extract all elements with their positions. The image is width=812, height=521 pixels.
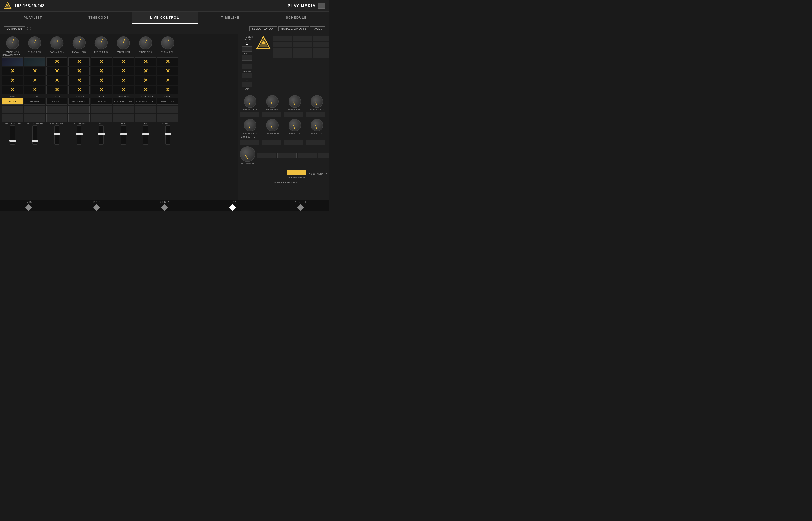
- x-btn-r1-8[interactable]: ✕: [157, 67, 178, 75]
- r-sm-btn-7[interactable]: [313, 42, 329, 47]
- x-btn-r1-7[interactable]: ✕: [135, 67, 156, 75]
- commands-button[interactable]: COMMANDS: [4, 26, 25, 31]
- step-device-indicator[interactable]: [25, 204, 32, 211]
- fader-blue-track[interactable]: [143, 126, 148, 145]
- knob-param4-fx1[interactable]: [73, 37, 86, 49]
- knob-param8-fx1[interactable]: [161, 37, 174, 49]
- knob-p3fx2[interactable]: [288, 95, 301, 108]
- knob-param6-fx1[interactable]: [117, 37, 130, 49]
- r-sm-btn-2[interactable]: [293, 36, 312, 41]
- select-layout-button[interactable]: SELECT LAYOUT: [250, 26, 277, 31]
- r-after-k1-2[interactable]: [262, 112, 281, 117]
- trigger-random-btn[interactable]: [242, 64, 252, 69]
- x-btn-r2-4[interactable]: ✕: [68, 76, 90, 85]
- saturation-knob[interactable]: [240, 146, 255, 162]
- small-btn-r2-4[interactable]: [68, 114, 90, 122]
- r-after-k2-3[interactable]: [284, 140, 303, 145]
- small-btn-r2-2[interactable]: [24, 114, 45, 122]
- knob-p7fx2[interactable]: [288, 119, 301, 131]
- small-btn-r1-7[interactable]: [135, 106, 156, 113]
- blend-preserve-luma[interactable]: PRESERVE LUMA: [113, 98, 134, 105]
- thumb-btn-5[interactable]: ✕: [91, 58, 112, 66]
- knob-p1fx2[interactable]: [244, 95, 256, 108]
- small-btn-r1-2[interactable]: [24, 106, 45, 113]
- trigger-last-btn[interactable]: [242, 82, 252, 87]
- expand-icon[interactable]: ⛶: [27, 27, 31, 31]
- knob-p5fx2[interactable]: [244, 119, 256, 131]
- fader-contrast-track[interactable]: [165, 126, 170, 145]
- blend-alpha[interactable]: ALPHA: [2, 98, 23, 105]
- r-after-k2-4[interactable]: [306, 140, 325, 145]
- x-btn-r1-2[interactable]: ✕: [24, 67, 45, 75]
- r-sm-btn-3[interactable]: [313, 36, 329, 41]
- thumb-btn-7[interactable]: ✕: [135, 58, 156, 66]
- x-btn-r2-3[interactable]: ✕: [46, 76, 68, 85]
- knob-param5-fx1[interactable]: [95, 37, 108, 49]
- r-sm-btn-6[interactable]: [293, 42, 312, 47]
- thumb-btn-8[interactable]: ✕: [157, 58, 178, 66]
- blend-multiply[interactable]: MULTIPLY: [46, 98, 68, 105]
- knob-param2-fx1[interactable]: [28, 37, 41, 49]
- small-btn-r2-5[interactable]: [91, 114, 112, 122]
- knob-param3-fx1[interactable]: [50, 37, 63, 49]
- tab-playlist[interactable]: PLAYLIST: [0, 12, 66, 24]
- fader-fx2-track[interactable]: [77, 126, 82, 145]
- thumb-btn-6[interactable]: ✕: [113, 58, 134, 66]
- x-btn-r1-6[interactable]: ✕: [113, 67, 134, 75]
- trigger-first-btn[interactable]: [242, 46, 252, 52]
- x-btn-r1-1[interactable]: ✕: [2, 67, 23, 75]
- blend-rectangle-wipe[interactable]: RECTANGLE WIPE: [135, 98, 156, 105]
- knob-p6fx2[interactable]: [266, 119, 279, 131]
- r-after-k2-2[interactable]: [262, 140, 281, 145]
- trigger-up-btn[interactable]: [242, 55, 252, 61]
- knob-param1-fx1[interactable]: [6, 37, 19, 49]
- fader-green-track[interactable]: [121, 126, 126, 145]
- x-btn-r2-6[interactable]: ✕: [113, 76, 134, 85]
- manage-layouts-button[interactable]: MANAGE LAYOUTS: [278, 26, 309, 31]
- x-btn-r3-8[interactable]: ✕: [157, 86, 178, 94]
- play-media-button[interactable]: [318, 3, 325, 9]
- small-btn-r2-6[interactable]: [113, 114, 134, 122]
- x-btn-r2-1[interactable]: ✕: [2, 76, 23, 85]
- r-after-k1-3[interactable]: [284, 112, 303, 117]
- small-btn-r2-8[interactable]: [157, 114, 178, 122]
- x-btn-r3-7[interactable]: ✕: [135, 86, 156, 94]
- sat-r-btn-4[interactable]: [318, 153, 329, 158]
- page-button[interactable]: PAGE 1: [310, 26, 325, 31]
- blend-triangle-wipe[interactable]: TRIANGLE WIPE: [157, 98, 178, 105]
- x-btn-r1-4[interactable]: ✕: [68, 67, 90, 75]
- x-btn-r3-6[interactable]: ✕: [113, 86, 134, 94]
- small-btn-r1-4[interactable]: [68, 106, 90, 113]
- small-btn-r2-1[interactable]: [2, 114, 23, 122]
- small-btn-r1-6[interactable]: [113, 106, 134, 113]
- r-after-k1-1[interactable]: [240, 112, 259, 117]
- thumb-btn-4[interactable]: ✕: [68, 58, 90, 66]
- r-sm-btn-1[interactable]: [273, 36, 292, 41]
- x-btn-r3-3[interactable]: ✕: [46, 86, 68, 94]
- tab-schedule[interactable]: SCHEDULE: [263, 12, 329, 24]
- fader-red-track[interactable]: [99, 126, 103, 145]
- small-btn-r1-1[interactable]: [2, 106, 23, 113]
- x-btn-r3-5[interactable]: ✕: [91, 86, 112, 94]
- fader-layer2-track[interactable]: [32, 126, 37, 145]
- x-btn-r2-2[interactable]: ✕: [24, 76, 45, 85]
- small-btn-r2-3[interactable]: [46, 114, 68, 122]
- blend-screen[interactable]: SCREEN: [91, 98, 112, 105]
- thumb-btn-3[interactable]: ✕: [46, 58, 68, 66]
- sat-r-btn-1[interactable]: [257, 153, 276, 158]
- fader-layer1-track[interactable]: [10, 126, 15, 145]
- knob-p2fx2[interactable]: [266, 95, 279, 108]
- trigger-down-btn[interactable]: [242, 73, 252, 78]
- x-btn-r2-7[interactable]: ✕: [135, 76, 156, 85]
- knob-p8fx2[interactable]: [311, 119, 323, 131]
- x-btn-r3-4[interactable]: ✕: [68, 86, 90, 94]
- step-map-indicator[interactable]: [93, 204, 100, 211]
- tab-live-control[interactable]: LIVE CONTROL: [132, 12, 198, 24]
- tab-timecode[interactable]: TIMECODE: [66, 12, 132, 24]
- tab-timeline[interactable]: TIMELINE: [198, 12, 263, 24]
- step-media-indicator[interactable]: [161, 204, 168, 211]
- small-btn-r1-8[interactable]: [157, 106, 178, 113]
- blend-additive[interactable]: ADDITIVE: [24, 98, 45, 105]
- small-btn-r1-5[interactable]: [91, 106, 112, 113]
- step-play-indicator[interactable]: [229, 204, 236, 211]
